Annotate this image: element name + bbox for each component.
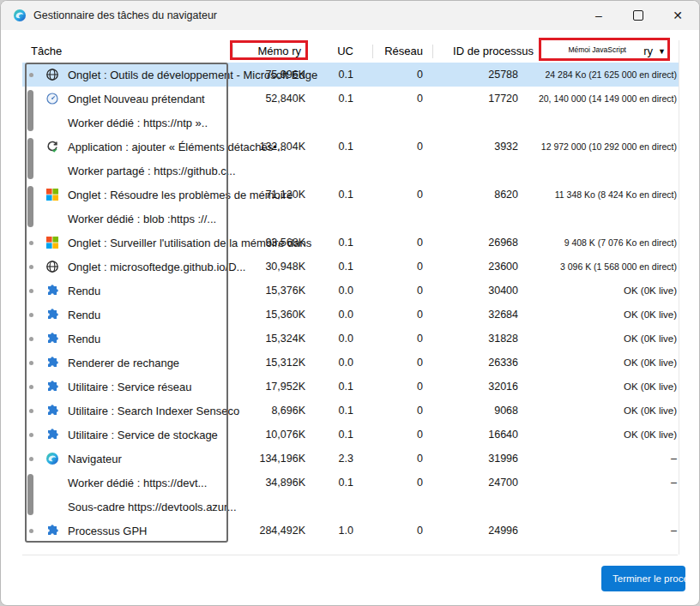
ms-logo-icon: [45, 236, 59, 249]
column-header-pid[interactable]: ID de processus: [453, 45, 534, 57]
task-row[interactable]: Onglet : Surveiller l'utilisation de la …: [22, 231, 679, 255]
network-cell: 0: [417, 333, 423, 345]
task-row[interactable]: Worker dédié : https://devt...34,896K0.1…: [22, 471, 679, 495]
memory-cell: 284,492K: [259, 525, 305, 537]
task-row[interactable]: Processus GPH284,492K1.0024996–: [22, 519, 679, 543]
globe-icon: [45, 260, 59, 273]
close-button[interactable]: ✕: [658, 1, 697, 30]
edge-logo-icon: [13, 9, 27, 22]
gauge-icon: [45, 92, 59, 105]
js-memory-cell: OK (0K live): [624, 357, 677, 368]
task-row[interactable]: Worker dédié : https://ntp »..: [22, 111, 679, 135]
pid-cell: 31996: [488, 453, 518, 465]
group-dot: [29, 361, 33, 365]
task-label: Onglet Nouveau prétendant: [68, 93, 205, 105]
task-row[interactable]: Worker dédié : blob :https ://...: [22, 207, 679, 231]
js-memory-cell: OK (0K live): [624, 333, 677, 344]
task-row[interactable]: Utilitaire : Service réseau17,952K0.1032…: [22, 375, 679, 399]
task-row[interactable]: Worker partagé : https://github.c...: [22, 159, 679, 183]
task-label: Utilitaire : Service de stockage: [68, 429, 218, 441]
cpu-cell: 0.0: [339, 333, 353, 345]
task-label: Utilitaire : Service réseau: [68, 381, 192, 393]
close-icon: ✕: [673, 9, 683, 22]
pid-cell: 8620: [494, 189, 518, 201]
js-memory-cell: 20, 140 000 (14 149 000 en direct): [539, 93, 677, 104]
table-right-edge: [679, 40, 679, 555]
group-dot: [29, 337, 33, 341]
column-header-js-memory-suffix[interactable]: ry▼: [643, 45, 666, 57]
titlebar: Gestionnaire des tâches du navigateur – …: [1, 1, 699, 30]
header-separator: [232, 45, 233, 58]
cpu-cell: 0.0: [339, 357, 353, 369]
maximize-button[interactable]: [619, 1, 658, 30]
group-dot: [29, 289, 33, 293]
network-cell: 0: [417, 237, 423, 249]
group-dot: [29, 265, 33, 269]
cpu-cell: 0.1: [339, 405, 353, 417]
js-memory-cell: –: [671, 453, 677, 465]
task-label: Rendu: [68, 285, 100, 297]
task-label: Navigateur: [68, 453, 122, 465]
puzzle-icon: [45, 428, 59, 441]
cpu-cell: 0.1: [339, 261, 353, 273]
task-row[interactable]: Onglet Nouveau prétendant52,840K0.101772…: [22, 87, 679, 111]
js-memory-cell: 11 348 Ko (8 424 Ko en direct): [555, 189, 677, 200]
group-dot: [29, 529, 33, 533]
pid-cell: 26968: [488, 237, 518, 249]
network-cell: 0: [417, 477, 423, 489]
network-cell: 0: [417, 285, 423, 297]
pid-cell: 26336: [488, 357, 518, 369]
memory-cell: 134,196K: [259, 453, 305, 465]
sort-desc-icon: ▼: [658, 47, 666, 56]
group-bar: [27, 474, 33, 515]
task-label: Worker partagé : https://github.c...: [68, 165, 236, 177]
task-label: Onglet : Résoudre les problèmes de mémoi…: [68, 189, 293, 201]
network-cell: 0: [417, 93, 423, 105]
memory-cell: 132,804K: [259, 141, 305, 153]
task-row[interactable]: Rendu15,360K0.0032684OK (0K live): [22, 303, 679, 327]
pid-cell: 16640: [488, 429, 518, 441]
column-header-js-memory[interactable]: Mémoi JavaScript: [568, 45, 626, 54]
pid-cell: 25788: [488, 69, 518, 81]
column-header-task[interactable]: Tâche: [31, 45, 62, 57]
js-memory-cell: OK (0K live): [624, 381, 677, 392]
minimize-button[interactable]: –: [579, 1, 619, 30]
group-dot: [29, 313, 33, 317]
task-label: Worker dédié : https://devt...: [68, 477, 207, 489]
memory-cell: 15,376K: [265, 285, 305, 297]
memory-cell: 30,948K: [265, 261, 305, 273]
task-row[interactable]: Onglet : microsoftedge.github.io/D...30,…: [22, 255, 679, 279]
task-label: Utilitaire : Search Indexer Senseco: [68, 405, 239, 417]
column-header-network[interactable]: Réseau: [384, 45, 423, 57]
task-row[interactable]: Application : ajouter « Éléments détaché…: [22, 135, 679, 159]
cpu-cell: 1.0: [339, 525, 353, 537]
js-memory-cell: 3 096 K (1 568 000 en direct): [560, 261, 677, 272]
task-row[interactable]: Utilitaire : Search Indexer Senseco8,696…: [22, 399, 679, 423]
column-header-memory[interactable]: Mémo ry: [257, 45, 301, 57]
cpu-cell: 0.1: [339, 189, 353, 201]
cpu-cell: 0.1: [339, 93, 353, 105]
memory-cell: 15,324K: [265, 333, 305, 345]
end-process-button[interactable]: Terminer le processus: [601, 566, 685, 591]
ms-logo-icon: [45, 188, 59, 201]
task-row[interactable]: Onglet : Outils de développement - Micro…: [22, 63, 679, 87]
pid-cell: 31828: [488, 333, 518, 345]
puzzle-icon: [45, 284, 59, 297]
memory-cell: 15,360K: [265, 309, 305, 321]
column-header-cpu[interactable]: UC: [337, 45, 353, 57]
task-row[interactable]: Onglet : Résoudre les problèmes de mémoi…: [22, 183, 679, 207]
task-row[interactable]: Navigateur134,196K2.3031996–: [22, 447, 679, 471]
cpu-cell: 0.1: [339, 429, 353, 441]
task-row[interactable]: Rendu15,324K0.0031828OK (0K live): [22, 327, 679, 351]
task-row[interactable]: Utilitaire : Service de stockage10,076K0…: [22, 423, 679, 447]
task-row[interactable]: Sous-cadre https://devtools.azur...: [22, 495, 679, 519]
group-bar: [27, 186, 33, 227]
task-row[interactable]: Renderer de rechange15,312K0.0026336OK (…: [22, 351, 679, 375]
task-row[interactable]: Rendu15,376K0.0030400OK (0K live): [22, 279, 679, 303]
memory-cell: 34,896K: [265, 477, 305, 489]
memory-cell: 17,952K: [265, 381, 305, 393]
puzzle-icon: [45, 332, 59, 345]
network-cell: 0: [417, 405, 423, 417]
network-cell: 0: [417, 141, 423, 153]
cpu-cell: 0.0: [339, 309, 353, 321]
